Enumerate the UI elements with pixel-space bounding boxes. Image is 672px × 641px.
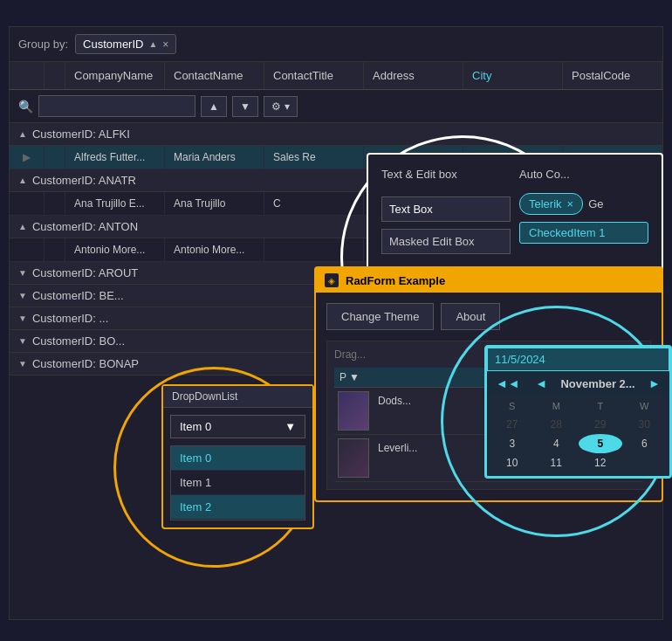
th-postalcode[interactable]: PostalCode: [563, 62, 662, 89]
th-rownum: [10, 62, 45, 89]
td-contactname2: Ana Trujillo: [165, 192, 264, 215]
td-rownum3: [10, 238, 45, 261]
change-theme-button[interactable]: Change Theme: [326, 303, 434, 330]
td-companyname: Alfreds Futter...: [65, 146, 165, 169]
chip-arrow-icon: ▲: [148, 39, 157, 49]
chevron-up-icon2: ▲: [18, 222, 27, 231]
th-address[interactable]: Address: [364, 62, 463, 89]
td-blank2: [45, 192, 65, 215]
group-by-bar: Group by: CustomerID ▲ ×: [10, 27, 662, 62]
search-icon: 🔍: [18, 100, 33, 114]
td-contact3: Antonio More...: [165, 238, 264, 261]
group-label-bonap: CustomerID: BONAP: [32, 357, 139, 370]
td-contacttitle: Sales Re: [264, 146, 364, 169]
day-name-m: M: [535, 399, 579, 413]
dropdown-list: Item 0 Item 1 Item 2: [170, 445, 305, 520]
about-button[interactable]: About: [441, 303, 500, 330]
cal-day[interactable]: 6: [623, 434, 667, 453]
masked-edit-btn[interactable]: Masked Edit Box: [381, 229, 511, 254]
cal-day[interactable]: [623, 453, 667, 472]
dropdown-arrow-icon: ▼: [285, 420, 296, 433]
table-header: CompanyName ContactName ContactTitle Add…: [10, 62, 662, 90]
calendar-week: 10 11 12: [490, 453, 666, 472]
cal-day[interactable]: 30: [623, 415, 667, 434]
td-blank3: [45, 238, 65, 261]
list-item[interactable]: Item 0: [171, 446, 305, 471]
avatar: [338, 438, 369, 478]
cal-day[interactable]: 29: [579, 415, 622, 434]
prev-prev-btn[interactable]: ◄◄: [494, 376, 522, 390]
group-label-anton: CustomerID: ANTON: [32, 220, 138, 233]
dropdown-selected[interactable]: Item 0 ▼: [170, 415, 305, 438]
th-contacttitle[interactable]: ContactTitle: [264, 62, 364, 89]
text-edit-title: Text & Edit box: [381, 168, 511, 181]
group-label-arout: CustomerID: AROUT: [32, 266, 138, 279]
calendar-grid: S M T W 27 28 29 30 3 4 5 6 10 11 12: [487, 396, 669, 476]
month-year-label: November 2...: [560, 377, 634, 390]
search-input[interactable]: [38, 95, 195, 117]
cal-day[interactable]: 3: [490, 434, 534, 453]
radform-title: RadForm Example: [346, 274, 445, 287]
next-btn[interactable]: ►: [647, 376, 662, 390]
th-companyname[interactable]: CompanyName: [65, 62, 165, 89]
avatar: [338, 391, 369, 431]
calendar-week: 3 4 5 6: [490, 434, 666, 453]
chevron-down-icon: ▼: [18, 268, 27, 278]
day-name-s: S: [490, 399, 534, 413]
th-expand: [45, 62, 65, 89]
calendar-panel: ◄◄ ◄ November 2... ► S M T W 27 28 29 30…: [484, 345, 672, 479]
cal-day[interactable]: 12: [579, 453, 622, 472]
group-by-chip[interactable]: CustomerID ▲ ×: [75, 34, 176, 54]
list-item[interactable]: Item 1: [171, 471, 305, 495]
list-item[interactable]: Item 2: [171, 495, 305, 520]
chevron-up-icon: ▲: [18, 176, 27, 185]
date-input[interactable]: [487, 348, 669, 371]
td-ct3: [264, 238, 364, 261]
checked-item-chip[interactable]: CheckedItem 1: [519, 222, 648, 244]
radform-icon: ◈: [325, 273, 339, 287]
calendar-day-names: S M T W: [490, 399, 666, 413]
td-cn3: Antonio More...: [65, 238, 165, 261]
text-edit-col: Text & Edit box Masked Edit Box: [381, 168, 511, 254]
text-box-input[interactable]: [381, 196, 511, 222]
calendar-nav: ◄◄ ◄ November 2... ►: [487, 371, 669, 396]
telerik-close-icon[interactable]: ×: [567, 197, 574, 210]
radform-buttons: Change Theme About: [326, 303, 651, 330]
search-down-btn[interactable]: ▼: [232, 96, 258, 117]
prev-btn[interactable]: ◄: [533, 376, 549, 390]
td-rownum: [10, 192, 45, 215]
settings-btn[interactable]: ⚙ ▾: [264, 96, 298, 117]
th-city[interactable]: City: [463, 62, 563, 89]
cal-day[interactable]: 11: [535, 453, 579, 472]
radform-titlebar: ◈ RadForm Example: [316, 268, 662, 293]
chevron-down-icon3: ▼: [18, 314, 27, 323]
autocomplete-title: Auto Co...: [519, 168, 648, 181]
dropdown-title: DropDownList: [163, 386, 312, 408]
chevron-down-icon5: ▼: [18, 359, 27, 369]
calendar-week: 27 28 29 30: [490, 415, 666, 434]
td-blank: [45, 146, 65, 169]
cal-day-today[interactable]: 5: [579, 434, 622, 453]
dropdown-selected-label: Item 0: [180, 420, 211, 433]
settings-caret: ▾: [285, 100, 290, 113]
cal-day[interactable]: 4: [535, 434, 579, 453]
chip-text: CustomerID: [83, 38, 143, 51]
td-companyname2: Ana Trujillo E...: [65, 192, 165, 215]
group-row-alfki[interactable]: ▲ CustomerID: ALFKI: [10, 123, 662, 146]
td-ct2: C: [264, 192, 364, 215]
search-up-btn[interactable]: ▲: [201, 96, 227, 117]
chip-close-icon[interactable]: ×: [162, 38, 168, 51]
gear-icon: ⚙: [271, 100, 281, 113]
cal-day[interactable]: 10: [490, 453, 534, 472]
dropdown-popup: DropDownList Item 0 ▼ Item 0 Item 1 Item…: [161, 384, 314, 529]
drag-col-p: P ▼: [334, 368, 489, 387]
th-contactname[interactable]: ContactName: [165, 62, 264, 89]
panel-sections: Text & Edit box Masked Edit Box Auto Co.…: [381, 168, 648, 254]
cal-day[interactable]: 27: [490, 415, 534, 434]
telerik-label: Telerik: [529, 197, 562, 210]
telerik-chip[interactable]: Telerik ×: [519, 193, 583, 215]
row-expand-btn[interactable]: ▶: [10, 146, 45, 169]
cal-day[interactable]: 28: [535, 415, 579, 434]
day-name-w: W: [623, 399, 667, 413]
group-label-be: CustomerID: BE...: [32, 289, 124, 302]
